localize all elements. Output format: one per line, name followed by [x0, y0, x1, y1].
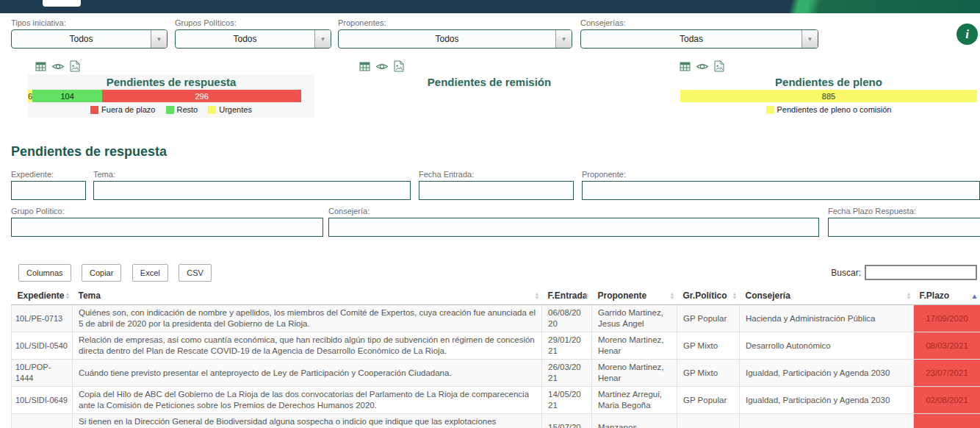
filter-label: Grupos Políticos:: [175, 18, 331, 27]
table-row[interactable]: 10L/SIDI-0540Relación de empresas, así c…: [12, 332, 980, 360]
cell-f-plazo: 02/08/2021: [914, 387, 980, 414]
bar-segment: 885: [680, 90, 977, 102]
cell-f-entrada: 26/03/2021: [542, 360, 592, 387]
cell-tema: Quiénes son, con indicación de nombre y …: [73, 305, 542, 332]
cell-f-plazo: 23/07/2021: [914, 360, 980, 387]
grupo-politico-input[interactable]: [11, 218, 323, 237]
legend-swatch: [766, 106, 774, 114]
chart-block: Pendientes de pleno885Pendientes de plen…: [652, 60, 979, 118]
column-header-f-entrada[interactable]: F.Entrada ▲▼: [542, 287, 592, 305]
field-tema: Tema:: [93, 170, 411, 200]
column-label: Expediente: [18, 290, 65, 301]
dashboard-page: Tipos iniciativa: Todos ▼ Grupos Polític…: [0, 0, 980, 428]
columnas-button[interactable]: Columnas: [18, 264, 71, 282]
cell-f-plazo: 17/09/2020: [914, 305, 980, 332]
column-header-proponente[interactable]: Proponente ▲▼: [592, 287, 677, 305]
table-row[interactable]: 10L/PE-2639Si tienen en la Dirección Gen…: [12, 414, 980, 428]
chart-block: Pendientes de respuesta6104296Fuera de p…: [0, 60, 326, 118]
cell-tema: Copia del Hilo de ABC del Gobierno de La…: [73, 387, 542, 414]
search-input[interactable]: [865, 265, 977, 280]
column-label: Gr.Político: [683, 290, 727, 301]
consejeria-input[interactable]: [328, 218, 819, 237]
table-icon[interactable]: [680, 61, 691, 72]
column-header-expediente[interactable]: Expediente ▲▼: [12, 287, 73, 305]
column-header-consejeria[interactable]: Consejería ▲▼: [740, 287, 914, 305]
image-export-icon[interactable]: [714, 60, 724, 72]
tipos-iniciativa-select[interactable]: Todos ▼: [11, 29, 167, 49]
image-export-icon[interactable]: [70, 60, 80, 72]
cell-f-entrada: 14/05/2021: [542, 387, 592, 414]
eye-icon[interactable]: [51, 61, 65, 72]
fecha-entrada-input[interactable]: [419, 181, 574, 200]
cell-expediente: 10L/POP-1444: [12, 360, 73, 387]
table-row[interactable]: 10L/SIDI-0649Copia del Hilo de ABC del G…: [12, 387, 980, 414]
cell-proponente: Garrido Martinez, Jesus Ángel: [592, 305, 677, 332]
stacked-bar: 885: [680, 90, 977, 102]
column-label: F.Plazo: [920, 290, 950, 301]
table-icon[interactable]: [35, 61, 46, 72]
legend-label: Fuera de plazo: [101, 105, 155, 114]
charts-section: Pendientes de respuesta6104296Fuera de p…: [0, 60, 980, 118]
chevron-down-icon: ▼: [314, 30, 331, 48]
legend-item: Pendientes de pleno o comisión: [766, 105, 892, 114]
legend-item: Fuera de plazo: [90, 105, 155, 114]
cell-consejeria: Hacienda y Administración Pública: [740, 305, 914, 332]
select-value: Todas: [581, 30, 801, 48]
sort-icon: ▲▼: [732, 292, 738, 299]
chart-toolbar: [35, 60, 326, 72]
copiar-button[interactable]: Copiar: [82, 264, 121, 282]
image-export-icon[interactable]: [394, 60, 404, 72]
eye-icon[interactable]: [696, 61, 709, 72]
chart-panel: Pendientes de pleno885Pendientes de plen…: [680, 74, 977, 118]
field-label: Grupo Político:: [11, 207, 323, 215]
legend-swatch: [166, 106, 174, 114]
filter-grupos-politicos: Grupos Políticos: Todos ▼: [175, 18, 331, 49]
filter-tipos-iniciativa: Tipos iniciativa: Todos ▼: [11, 18, 167, 49]
csv-button[interactable]: CSV: [179, 264, 212, 282]
info-button[interactable]: i: [956, 24, 978, 45]
table-header: Expediente ▲▼ Tema ▲▼ F.Entrada ▲▼ Propo…: [12, 287, 980, 305]
chevron-down-icon: ▼: [555, 30, 572, 48]
legend-label: Resto: [177, 105, 198, 114]
chart-toolbar: [680, 60, 979, 72]
sort-icon: ▲▼: [907, 292, 912, 299]
cell-consejeria: Desarrollo Autonómico: [740, 332, 914, 360]
column-header-tema[interactable]: Tema ▲▼: [73, 287, 542, 305]
legend-item: Resto: [166, 105, 198, 114]
expediente-input[interactable]: [11, 181, 86, 200]
field-label: Consejería:: [328, 207, 819, 215]
select-value: Todos: [339, 30, 555, 48]
field-expediente: Expediente:: [11, 170, 86, 200]
chart-title: Pendientes de respuesta: [28, 76, 314, 89]
top-navigation-bar: [0, 0, 980, 13]
fecha-plazo-respuesta-input[interactable]: [828, 218, 980, 237]
filters-bar: Tipos iniciativa: Todos ▼ Grupos Polític…: [0, 18, 980, 51]
proponentes-select[interactable]: Todos ▼: [338, 29, 572, 49]
grupos-politicos-select[interactable]: Todos ▼: [175, 29, 331, 49]
sort-icon: ▲▼: [670, 292, 675, 299]
cell-gr-politico: GP Popular: [677, 387, 740, 414]
eye-icon[interactable]: [375, 61, 389, 72]
cell-f-entrada: 15/07/2021: [542, 414, 592, 428]
cell-proponente: Martinez Arregui, Maria Begoña: [592, 387, 677, 414]
excel-button[interactable]: Excel: [132, 264, 168, 282]
results-table: Expediente ▲▼ Tema ▲▼ F.Entrada ▲▼ Propo…: [11, 287, 980, 428]
field-label: Tema:: [93, 170, 411, 179]
bar-segment: 296: [102, 90, 301, 102]
proponente-input[interactable]: [582, 181, 980, 200]
table-row[interactable]: 10L/PE-0713Quiénes son, con indicación d…: [12, 305, 980, 332]
column-header-f-plazo[interactable]: F.Plazo ▲: [914, 287, 980, 305]
column-label: Proponente: [598, 290, 647, 301]
table-icon[interactable]: [359, 61, 370, 72]
column-header-gr-politico[interactable]: Gr.Político ▲▼: [677, 287, 740, 305]
cell-tema: Cuándo tiene previsto presentar el antep…: [73, 360, 542, 387]
consejerias-select[interactable]: Todas ▼: [580, 29, 818, 49]
cell-expediente: 10L/PE-0713: [12, 305, 73, 332]
field-proponente: Proponente:: [582, 170, 980, 200]
cell-consejeria: Igualdad, Participación y Agenda 2030: [740, 360, 914, 387]
cell-proponente: Moreno Martinez, Henar: [592, 360, 677, 387]
table-toolbar: Columnas Copiar Excel CSV Buscar:: [0, 264, 980, 282]
table-row[interactable]: 10L/POP-1444Cuándo tiene previsto presen…: [12, 360, 980, 387]
stacked-bar: 6104296: [28, 90, 301, 102]
tema-input[interactable]: [93, 181, 411, 200]
